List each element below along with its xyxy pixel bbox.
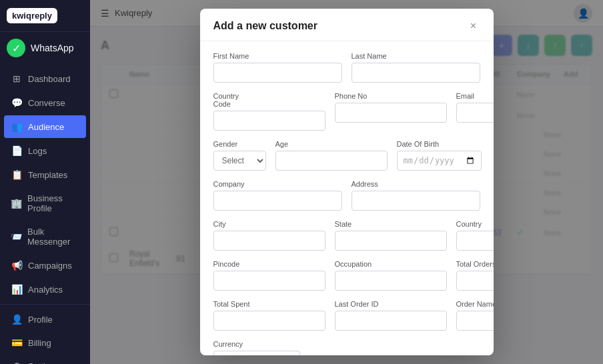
whatsapp-icon: ✓ (7, 39, 25, 57)
sidebar-item-analytics[interactable]: 📊 Analytics (4, 278, 86, 301)
bulk-icon: 📨 (11, 231, 22, 242)
last-name-label: Last Name (352, 52, 480, 60)
last-order-id-field: Last Order ID (335, 300, 447, 331)
country-field: Country (456, 220, 494, 251)
order-name-field: Order Name (456, 300, 494, 331)
whatsapp-section: ✓ WhatsApp (0, 32, 90, 64)
occupation-field: Occupation (335, 260, 447, 291)
city-label: City (213, 220, 326, 228)
country-code-label: CountryCode (213, 92, 326, 108)
form-row-contact: CountryCode Phone No Email (213, 92, 480, 131)
form-row-currency: Currency (213, 340, 480, 355)
country-input[interactable] (456, 231, 494, 251)
last-name-input[interactable] (352, 63, 480, 83)
form-row-location: City State Country (213, 220, 480, 251)
last-order-id-input[interactable] (335, 311, 447, 331)
modal-body: First Name Last Name CountryCode (200, 41, 494, 355)
phone-no-label: Phone No (335, 92, 447, 100)
sidebar-item-billing[interactable]: 💳 Billing (4, 331, 86, 354)
currency-input[interactable] (213, 351, 300, 355)
currency-field: Currency (213, 340, 300, 355)
sidebar-item-label: Converse (28, 98, 65, 108)
sidebar-item-profile[interactable]: 👤 Profile (4, 308, 86, 331)
last-name-field: Last Name (352, 52, 480, 83)
address-field: Address (352, 180, 480, 211)
company-input[interactable] (213, 191, 342, 211)
modal-overlay: Add a new customer × First Name Last Nam… (90, 0, 603, 364)
sidebar-item-logs[interactable]: 📄 Logs (4, 139, 86, 162)
dashboard-icon: ⊞ (11, 73, 23, 84)
phone-no-input[interactable] (335, 103, 447, 123)
sidebar-item-bulk-messenger[interactable]: 📨 Bulk Messenger (4, 221, 86, 253)
analytics-icon: 📊 (11, 284, 23, 295)
dob-field: Date Of Birth (397, 140, 482, 171)
total-orders-label: Total Orders (456, 260, 494, 268)
age-field: Age (275, 140, 388, 171)
logo-text: kwiqreply (7, 8, 57, 23)
business-icon: 🏢 (11, 198, 22, 209)
main-content: ☰ Kwiqreply 👤 A + ↓ ↑ ↑ Name Number Phon… (90, 0, 603, 364)
sidebar-item-converse[interactable]: 💬 Converse (4, 91, 86, 114)
add-customer-modal: Add a new customer × First Name Last Nam… (200, 9, 494, 355)
audience-icon: 👥 (11, 121, 23, 132)
sidebar-item-business-profile[interactable]: 🏢 Business Profile (4, 187, 86, 219)
form-row-name: First Name Last Name (213, 52, 480, 83)
occupation-input[interactable] (335, 271, 447, 291)
dob-input[interactable] (397, 151, 482, 171)
sidebar-item-audience[interactable]: 👥 Audience (4, 115, 86, 138)
sidebar-item-label: Logs (28, 146, 47, 156)
sidebar-item-settings[interactable]: ⚙ Settings (4, 355, 86, 364)
profile-icon: 👤 (11, 314, 23, 325)
sidebar-item-label: Audience (28, 122, 64, 132)
sidebar-item-label: Billing (28, 338, 51, 348)
sidebar-nav: ⊞ Dashboard 💬 Converse 👥 Audience 📄 Logs… (0, 64, 90, 304)
address-input[interactable] (352, 191, 480, 211)
sidebar-item-label: Campaigns (28, 261, 72, 271)
company-label: Company (213, 180, 342, 188)
total-spent-label: Total Spent (213, 300, 326, 308)
sidebar-item-label: Settings (28, 361, 59, 365)
email-input[interactable] (456, 103, 494, 123)
first-name-field: First Name (213, 52, 342, 83)
converse-icon: 💬 (11, 97, 23, 108)
total-spent-input[interactable] (213, 311, 326, 331)
sidebar-item-label: Bulk Messenger (27, 227, 79, 247)
pincode-field: Pincode (213, 260, 326, 291)
state-field: State (335, 220, 447, 251)
total-orders-field: Total Orders (456, 260, 494, 291)
pincode-input[interactable] (213, 271, 326, 291)
phone-no-field: Phone No (335, 92, 447, 131)
campaigns-icon: 📢 (11, 260, 23, 271)
state-label: State (335, 220, 447, 228)
sidebar-item-campaigns[interactable]: 📢 Campaigns (4, 254, 86, 277)
sidebar-item-label: Business Profile (27, 193, 79, 213)
modal-header: Add a new customer × (200, 9, 494, 41)
sidebar-item-templates[interactable]: 📋 Templates (4, 163, 86, 186)
country-label: Country (456, 220, 494, 228)
order-name-input[interactable] (456, 311, 494, 331)
sidebar-item-label: Analytics (28, 285, 63, 295)
sidebar-item-dashboard[interactable]: ⊞ Dashboard (4, 67, 86, 90)
country-code-input[interactable] (213, 111, 326, 131)
sidebar-bottom: 👤 Profile 💳 Billing ⚙ Settings 🆘 Support… (0, 304, 90, 364)
billing-icon: 💳 (11, 337, 23, 348)
occupation-label: Occupation (335, 260, 447, 268)
state-input[interactable] (335, 231, 447, 251)
country-code-field: CountryCode (213, 92, 326, 131)
email-field: Email (456, 92, 494, 131)
age-input[interactable] (275, 151, 388, 171)
sidebar-item-label: Templates (28, 170, 67, 180)
email-label: Email (456, 92, 494, 100)
sidebar-item-label: Dashboard (28, 74, 71, 84)
dob-label: Date Of Birth (397, 140, 482, 148)
gender-select[interactable]: Select Male Female Other (213, 151, 266, 171)
city-input[interactable] (213, 231, 326, 251)
total-orders-input[interactable] (456, 271, 494, 291)
first-name-input[interactable] (213, 63, 342, 83)
age-label: Age (275, 140, 388, 148)
order-name-label: Order Name (456, 300, 494, 308)
modal-close-button[interactable]: × (467, 19, 480, 33)
form-row-extra1: Pincode Occupation Total Orders (213, 260, 480, 291)
first-name-label: First Name (213, 52, 342, 60)
templates-icon: 📋 (11, 169, 23, 180)
